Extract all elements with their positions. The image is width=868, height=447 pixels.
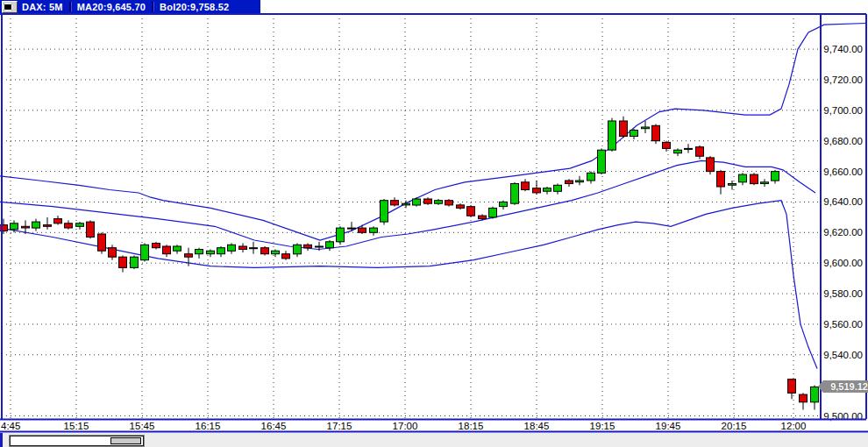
candlestick xyxy=(207,251,215,254)
candlestick xyxy=(359,228,366,232)
candlestick xyxy=(598,150,606,173)
candlestick xyxy=(707,158,715,172)
chart-header-bar: DAX: 5M MA20:9,645.70 Bol20:9,758.52 xyxy=(0,0,260,13)
bollinger-lower-line xyxy=(0,201,817,369)
candlestick xyxy=(642,127,650,129)
ma20-value-label: MA20:9,645.70 xyxy=(77,2,146,12)
candlestick xyxy=(76,224,84,226)
candlestick xyxy=(261,248,269,254)
candlestick xyxy=(196,250,203,254)
candlestick xyxy=(576,181,584,182)
candlestick xyxy=(250,248,258,249)
candlestick xyxy=(185,254,193,258)
bottom-bar-left-notch xyxy=(0,433,3,447)
candlestick xyxy=(479,216,487,219)
candlestick xyxy=(239,246,247,250)
y-axis-label: 9,660.00 xyxy=(823,167,863,177)
candlestick xyxy=(228,245,236,251)
candlestick xyxy=(788,380,796,394)
candlestick xyxy=(652,125,660,140)
candlestick xyxy=(413,199,421,205)
x-axis-label: 15:45 xyxy=(130,421,155,431)
price-chart: 9,740.009,720.009,700.009,680.009,660.00… xyxy=(0,0,868,447)
candlestick xyxy=(337,228,345,242)
candlestick xyxy=(630,131,638,137)
candlestick xyxy=(65,224,73,228)
candlestick xyxy=(533,188,541,193)
candlestick xyxy=(282,254,290,259)
candlestick xyxy=(800,394,808,402)
candlestick xyxy=(272,251,280,254)
candlestick xyxy=(391,201,399,205)
y-axis-label: 9,540.00 xyxy=(823,350,863,360)
candlestick xyxy=(544,188,551,192)
candlestick xyxy=(22,226,30,228)
candlestick xyxy=(316,246,324,247)
candlestick xyxy=(163,246,171,254)
x-axis-label: 15:15 xyxy=(64,421,89,431)
candlestick xyxy=(87,222,95,237)
y-axis-label: 9,560.00 xyxy=(823,319,863,330)
candlestick xyxy=(467,207,475,216)
x-axis-label: 18:15 xyxy=(459,421,484,431)
candlestick xyxy=(761,182,769,184)
candlestick xyxy=(608,121,616,150)
candlestick xyxy=(729,184,736,186)
x-axis-label: 20:15 xyxy=(722,421,747,431)
trading-chart-window: 9,740.009,720.009,700.009,680.009,660.00… xyxy=(0,0,868,447)
chart-window-icon-glyph xyxy=(4,4,12,11)
candlestick xyxy=(119,257,127,267)
chart-window-icon[interactable] xyxy=(2,1,18,13)
candlestick xyxy=(717,172,725,187)
candlestick xyxy=(370,228,378,232)
candlestick xyxy=(381,201,388,222)
x-axis-label: 19:45 xyxy=(656,421,681,431)
candlestick xyxy=(348,228,356,229)
candlestick xyxy=(772,172,779,181)
y-axis-label: 9,720.00 xyxy=(823,74,863,85)
candlestick xyxy=(326,242,334,248)
y-axis-label: 9,620.00 xyxy=(823,227,863,238)
candlestick xyxy=(217,248,225,254)
x-axis-label: 4:45 xyxy=(1,421,20,431)
y-axis-label: 9,700.00 xyxy=(823,105,863,116)
candlestick xyxy=(620,121,628,136)
x-axis-label: 19:15 xyxy=(590,421,615,431)
candlestick xyxy=(304,245,312,248)
x-axis-label: 17:00 xyxy=(393,421,418,431)
x-axis-label: 18:45 xyxy=(524,421,550,431)
candlestick xyxy=(674,150,682,153)
y-axis-label: 9,640.00 xyxy=(823,196,863,207)
candlestick xyxy=(811,387,819,401)
header-divider xyxy=(69,2,71,11)
y-axis-label: 9,740.00 xyxy=(823,44,863,54)
candlestick xyxy=(141,245,149,259)
candlestick xyxy=(511,184,519,204)
y-axis-label: 9,580.00 xyxy=(823,288,863,299)
candlestick xyxy=(424,199,432,203)
candlestick xyxy=(663,142,671,148)
y-axis-label: 9,600.00 xyxy=(823,258,863,268)
header-divider xyxy=(152,2,153,11)
candlestick xyxy=(32,222,40,228)
candlestick xyxy=(522,182,530,190)
candlestick xyxy=(435,201,443,204)
candlestick xyxy=(131,257,139,267)
x-axis-label: 12:00 xyxy=(781,421,807,431)
last-price-tag: 9,519.12 xyxy=(818,380,868,393)
candlestick xyxy=(402,203,410,205)
candlestick xyxy=(109,248,117,258)
symbol-timeframe-label: DAX: 5M xyxy=(22,2,63,12)
scrollbar-thumb[interactable] xyxy=(110,437,141,444)
candlestick xyxy=(54,219,62,224)
bottom-scroll-bar xyxy=(0,433,868,447)
horizontal-scrollbar[interactable] xyxy=(10,436,144,446)
candlestick xyxy=(445,201,453,205)
candlestick xyxy=(751,174,758,184)
candlestick xyxy=(153,244,160,248)
candlestick xyxy=(457,205,465,209)
x-axis-label: 16:45 xyxy=(261,421,287,431)
candlestick xyxy=(489,208,497,217)
candlestick xyxy=(98,234,106,251)
candlestick xyxy=(174,246,181,251)
